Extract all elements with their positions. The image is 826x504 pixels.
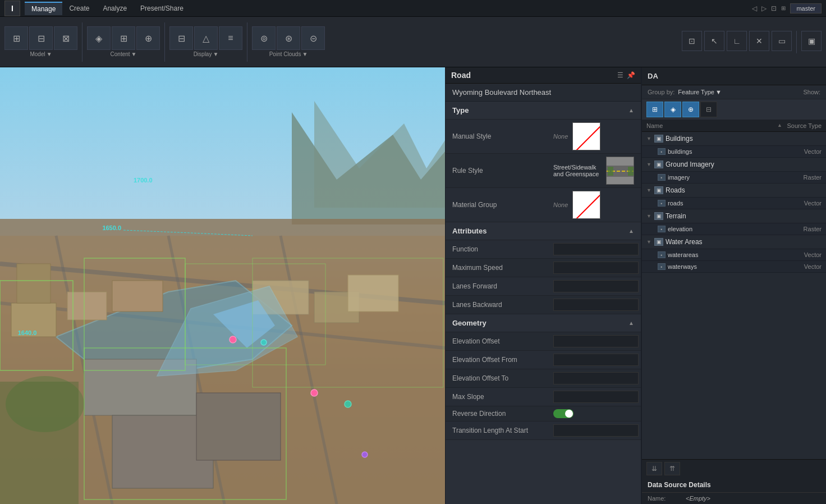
group-by-dropdown-icon[interactable]: ▼ <box>715 89 722 95</box>
window-icon[interactable]: ⊡ <box>771 4 777 12</box>
svg-rect-17 <box>348 275 398 311</box>
data-source-name-row: Name: <Empty> <box>642 493 826 504</box>
geom-reverse-toggle[interactable] <box>553 409 573 418</box>
group-by-value[interactable]: Feature Type ▼ <box>678 89 722 95</box>
layer-tb-add-btn[interactable]: ⊞ <box>646 102 663 117</box>
menu-item-create[interactable]: Create <box>62 2 96 15</box>
properties-panel: Road ☰ 📌 Wyoming Boulevard Northeast Typ… <box>445 67 641 504</box>
toolbar-display-layers-btn[interactable]: ⊟ <box>169 26 193 50</box>
branch-badge[interactable]: master <box>790 3 822 13</box>
elevation-item-source: Raster <box>804 226 822 232</box>
layer-tb-globe-btn[interactable]: ⊕ <box>682 102 699 117</box>
layer-tree: ▼ ▣ Buildings ▪ buildings Vector ▼ ▣ Gro… <box>642 132 826 459</box>
pointclouds-dropdown-icon[interactable]: ▼ <box>302 51 308 57</box>
geom-elev-to-row: Elevation Offset To <box>446 369 641 388</box>
layers-collapse-all-btn[interactable]: ⇊ <box>646 462 662 475</box>
section-geometry-header[interactable]: Geometry ▲ <box>446 314 641 332</box>
svg-rect-23 <box>0 382 79 504</box>
svg-rect-14 <box>112 281 163 311</box>
layer-item-roads[interactable]: ▪ roads Vector <box>642 197 826 209</box>
toolbar-panel-btn[interactable]: ▭ <box>772 31 792 51</box>
buildings-item-source: Vector <box>804 148 822 155</box>
toolbar-save-btn[interactable]: ⊠ <box>54 26 77 50</box>
buildings-item-icon: ▪ <box>658 148 666 155</box>
material-group-thumbnail[interactable] <box>572 191 600 219</box>
layer-group-water-header[interactable]: ▼ ▣ Water Areas <box>642 235 826 249</box>
properties-pin-icon[interactable]: 📌 <box>627 71 635 79</box>
toolbar-model-label[interactable]: Model ▼ <box>30 51 52 57</box>
toolbar-display-label[interactable]: Display ▼ <box>194 51 219 57</box>
water-folder-icon: ▣ <box>654 238 663 246</box>
geom-reverse-label: Reverse Direction <box>452 410 553 418</box>
layer-item-waterareas[interactable]: ▪ waterareas Vector <box>642 249 826 260</box>
attr-function-input[interactable] <box>553 243 639 255</box>
layer-tb-db-btn[interactable]: ◈ <box>664 102 681 117</box>
layer-group-buildings-header[interactable]: ▼ ▣ Buildings <box>642 132 826 145</box>
properties-panel-title: Road <box>451 71 471 80</box>
geom-elev-from-input[interactable] <box>553 354 639 366</box>
toolbar-measure-btn[interactable]: ∟ <box>727 31 747 51</box>
svg-rect-20 <box>196 393 281 460</box>
viewport-3d[interactable]: 1700.0 1650.0 1640.0 <box>0 67 445 504</box>
geom-elev-to-input[interactable] <box>553 372 639 384</box>
show-label: Show: <box>803 89 820 95</box>
toolbar-pc-3-btn[interactable]: ⊝ <box>301 26 325 50</box>
rule-style-thumbnail[interactable] <box>606 157 634 185</box>
attr-lanes-fwd-label: Lanes Forward <box>452 282 553 290</box>
model-dropdown-icon[interactable]: ▼ <box>47 51 52 57</box>
geom-transition-row: Transition Length At Start <box>446 421 641 440</box>
layer-item-elevation[interactable]: ▪ elevation Raster <box>642 223 826 235</box>
geom-elev-offset-input[interactable] <box>553 335 639 347</box>
toolbar-pointclouds-label[interactable]: Point Clouds ▼ <box>269 51 308 57</box>
layer-item-waterways[interactable]: ▪ waterways Vector <box>642 260 826 272</box>
properties-menu-icon[interactable]: ☰ <box>617 71 623 79</box>
manual-style-thumbnail[interactable] <box>572 122 600 150</box>
layer-group-ground-imagery: ▼ ▣ Ground Imagery ▪ imagery Raster <box>642 158 826 184</box>
toolbar-content-db-btn[interactable]: ◈ <box>87 26 111 50</box>
attr-lanes-fwd-input[interactable] <box>553 280 639 292</box>
water-expand-icon: ▼ <box>646 239 652 245</box>
menu-right-area: ◁ ▷ ⊡ ⊞ master <box>752 3 822 13</box>
layer-item-buildings[interactable]: ▪ buildings Vector <box>642 145 826 157</box>
toolbar-pc-1-btn[interactable]: ⊚ <box>252 26 276 50</box>
geom-max-slope-input[interactable] <box>553 391 639 403</box>
toolbar-content-label[interactable]: Content ▼ <box>111 51 137 57</box>
content-dropdown-icon[interactable]: ▼ <box>131 51 137 57</box>
toolbar-transform-btn[interactable]: ✕ <box>749 31 769 51</box>
toggle-track[interactable] <box>553 409 573 418</box>
geom-transition-input[interactable] <box>553 424 639 437</box>
menu-item-analyze[interactable]: Analyze <box>96 2 134 15</box>
nav-forward-icon[interactable]: ▷ <box>761 4 767 12</box>
toolbar-view-btn[interactable]: ▣ <box>801 31 822 51</box>
section-geometry-chevron: ▲ <box>628 320 634 326</box>
sort-arrow-icon[interactable]: ▲ <box>777 122 782 129</box>
buildings-item-name: buildings <box>668 148 802 155</box>
toolbar-cursor-btn[interactable]: ↖ <box>704 31 724 51</box>
toolbar-content-grid-btn[interactable]: ⊞ <box>112 26 135 50</box>
toolbar-display-list-btn[interactable]: ≡ <box>219 26 242 50</box>
nav-back-icon[interactable]: ◁ <box>752 4 757 12</box>
section-type-header[interactable]: Type ▲ <box>446 102 641 120</box>
menu-item-present[interactable]: Present/Share <box>134 2 190 15</box>
layer-group-terrain-header[interactable]: ▼ ▣ Terrain <box>642 209 826 223</box>
toolbar-pc-2-btn[interactable]: ⊛ <box>277 26 300 50</box>
rule-style-row: Rule Style Street/Sidewalk and Greenspac… <box>446 154 641 188</box>
layer-group-imagery-header[interactable]: ▼ ▣ Ground Imagery <box>642 158 826 171</box>
properties-header-icons: ☰ 📌 <box>617 71 635 79</box>
menu-item-manage[interactable]: Manage <box>25 2 62 15</box>
toolbar-new-btn[interactable]: ⊞ <box>4 26 28 50</box>
layer-tb-list-btn[interactable]: ⊟ <box>700 102 717 117</box>
toolbar-select-btn[interactable]: ⊡ <box>682 31 702 51</box>
display-dropdown-icon[interactable]: ▼ <box>213 51 218 57</box>
layer-group-roads-header[interactable]: ▼ ▣ Roads <box>642 184 826 197</box>
attr-maxspeed-input[interactable] <box>553 262 639 274</box>
layer-item-imagery[interactable]: ▪ imagery Raster <box>642 171 826 183</box>
section-attributes-header[interactable]: Attributes ▲ <box>446 222 641 240</box>
rule-style-label: Rule Style <box>452 167 553 175</box>
attr-lanes-bwd-input[interactable] <box>553 299 639 311</box>
toolbar-display-terrain-btn[interactable]: △ <box>194 26 218 50</box>
toolbar-content-globe-btn[interactable]: ⊕ <box>136 26 160 50</box>
svg-point-26 <box>261 340 267 345</box>
toolbar-open-btn[interactable]: ⊟ <box>29 26 53 50</box>
layers-expand-all-btn[interactable]: ⇈ <box>664 462 680 475</box>
